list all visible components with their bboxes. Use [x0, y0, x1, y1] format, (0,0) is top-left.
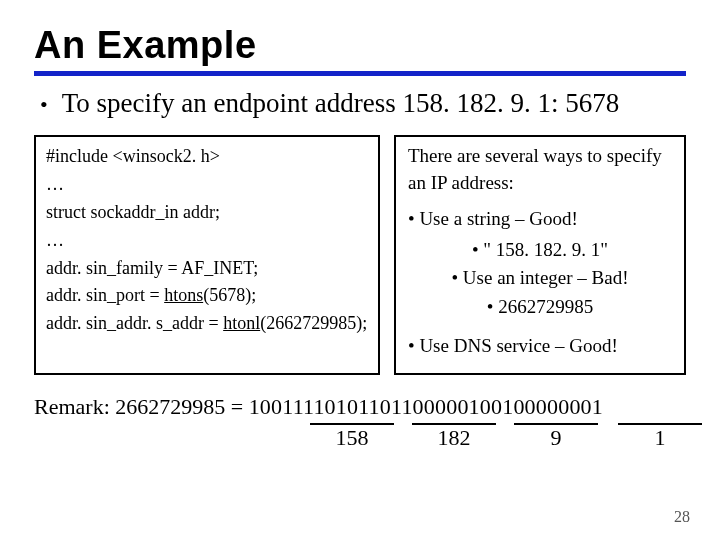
bullet-icon: •: [40, 94, 48, 116]
code-line: #include <winsock2. h>: [46, 143, 368, 171]
notes-point: • Use DNS service – Good!: [408, 333, 672, 360]
octet-value: 182: [438, 425, 471, 450]
octet-2: 182: [406, 423, 502, 451]
notes-box: There are several ways to specify an IP …: [394, 135, 686, 375]
code-text: (5678);: [203, 285, 256, 305]
code-fn-htonl: htonl: [223, 313, 260, 333]
code-text: addr. sin_addr. s_addr =: [46, 313, 223, 333]
octet-1: 158: [304, 423, 400, 451]
notes-subpoint: • " 158. 182. 9. 1": [408, 237, 672, 264]
code-line: …: [46, 171, 368, 199]
remark-line: Remark: 2662729985 = 1001111010110110000…: [34, 393, 686, 421]
code-text: (2662729985);: [260, 313, 367, 333]
code-line: addr. sin_port = htons(5678);: [46, 282, 368, 310]
code-line: …: [46, 227, 368, 255]
slide: An Example • To specify an endpoint addr…: [0, 0, 720, 540]
code-line: struct sockaddr_in addr;: [46, 199, 368, 227]
notes-subpoint: • 2662729985: [408, 294, 672, 321]
octet-3: 9: [508, 423, 604, 451]
title-underline: [34, 71, 686, 76]
notes-point: • Use an integer – Bad!: [408, 265, 672, 292]
code-box: #include <winsock2. h> … struct sockaddr…: [34, 135, 380, 375]
content-row: #include <winsock2. h> … struct sockaddr…: [34, 135, 686, 375]
notes-point: • Use a string – Good!: [408, 206, 672, 233]
octet-value: 9: [551, 425, 562, 450]
code-line: addr. sin_family = AF_INET;: [46, 255, 368, 283]
octet-labels: 158 182 9 1: [304, 423, 720, 457]
code-text: addr. sin_port =: [46, 285, 164, 305]
code-line: addr. sin_addr. s_addr = htonl(266272998…: [46, 310, 368, 338]
remark-binary: 10011110101101100000100100000001: [249, 393, 603, 421]
slide-title: An Example: [34, 24, 686, 67]
octet-value: 158: [336, 425, 369, 450]
page-number: 28: [674, 508, 690, 526]
remark-prefix: Remark: 2662729985 =: [34, 394, 249, 419]
notes-lead: There are several ways to specify an IP …: [408, 143, 672, 196]
octet-value: 1: [655, 425, 666, 450]
octet-4: 1: [612, 423, 708, 451]
bullet-text: To specify an endpoint address 158. 182.…: [62, 88, 620, 119]
main-bullet: • To specify an endpoint address 158. 18…: [40, 88, 686, 119]
code-fn-htons: htons: [164, 285, 203, 305]
